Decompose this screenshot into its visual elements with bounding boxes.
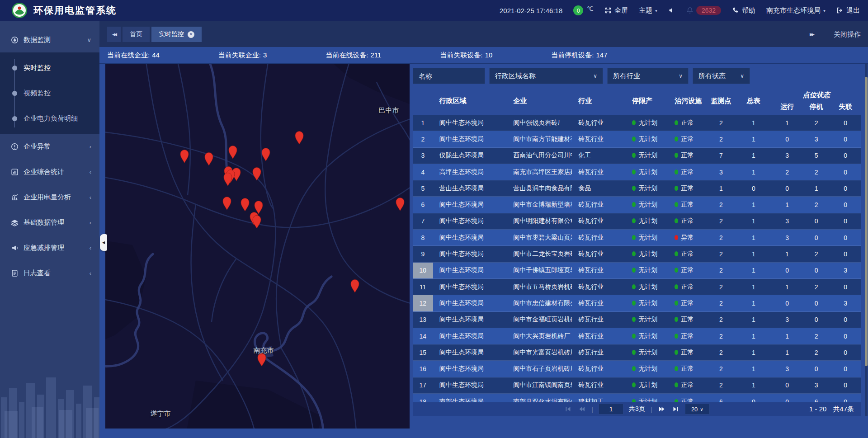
stop-plan-text: 无计划: [638, 135, 657, 142]
temperature-widget: 0 ℃: [573, 5, 594, 15]
stop-plan-text: 无计划: [638, 332, 657, 339]
cell-run: 3: [772, 316, 803, 323]
col-header-facility: 治污设施: [668, 87, 706, 115]
table-row[interactable]: 2 阆中生态环境局 阆中市南方节能建材有 砖瓦行业 无计划 正常 2 1 0 3…: [413, 131, 861, 147]
status-select[interactable]: 所有状态 ∨: [693, 68, 750, 84]
cell-stopped: 1: [803, 185, 830, 192]
map-pin[interactable]: [222, 172, 233, 186]
map-pin[interactable]: [251, 166, 262, 181]
name-search-input[interactable]: [413, 68, 485, 84]
table-row[interactable]: 9 阆中生态环境局 阆中市二龙长宝页岩砖 砖瓦行业 无计划 正常 2 1 1 2…: [413, 246, 861, 262]
sidebar-item-chevron-icon: ‹: [90, 270, 91, 277]
table-row[interactable]: 5 营山生态环境局 营山县润丰肉食品有限 食品 无计划 正常 1 0 0 1 0: [413, 180, 861, 197]
cell-company: 阆中市五马桥页岩机砖: [507, 283, 572, 291]
cell-run: 3: [772, 152, 803, 159]
row-number: 14: [413, 328, 433, 344]
bullet-icon: [12, 66, 17, 71]
table-row[interactable]: 13 阆中生态环境局 阆中市金福旺页岩机砖 砖瓦行业 无计划 正常 2 1 3 …: [413, 312, 861, 328]
help-button[interactable]: 帮助: [732, 6, 755, 15]
sidebar-item[interactable]: 基础数据管理 ‹: [0, 210, 99, 235]
map-pin[interactable]: [227, 145, 238, 159]
last-page-button[interactable]: [671, 405, 679, 413]
tab-close-icon[interactable]: [188, 31, 194, 38]
cell-lost: 0: [830, 169, 861, 176]
sidebar-item-label: 基础数据管理: [24, 218, 90, 227]
mute-speaker-button[interactable]: [668, 7, 675, 14]
sidebar-item[interactable]: 企业用电量分析 ‹: [0, 184, 99, 210]
map-collapse-handle[interactable]: [100, 234, 107, 251]
row-number: 12: [413, 295, 433, 311]
tabs-scroll-right-button[interactable]: ▶▶: [805, 27, 818, 42]
sidebar-item[interactable]: 应急减排管理 ‹: [0, 235, 99, 260]
map-pin[interactable]: [179, 149, 190, 163]
cell-meters: 1: [736, 267, 771, 274]
page-number-input[interactable]: [599, 404, 623, 414]
cell-stopped: 2: [803, 201, 830, 208]
org-name: 南充市生态环境局: [766, 6, 821, 15]
close-operations-button[interactable]: 关闭操作: [834, 30, 861, 39]
theme-dropdown[interactable]: 主题 ▾: [639, 6, 657, 15]
org-dropdown[interactable]: 南充市生态环境局 ▾: [766, 6, 826, 15]
stat-item: 当前停机设备:147: [551, 51, 607, 60]
cell-stopped: 2: [803, 349, 830, 356]
cell-run: 1: [772, 333, 803, 340]
cell-lost: 0: [830, 250, 861, 258]
map-pin[interactable]: [260, 147, 271, 161]
sidebar-subitem[interactable]: 实时监控: [0, 55, 99, 80]
table-row[interactable]: 18 南部生态环境局 南部县双化水泥有限公 建材加工 无计划 正常 6 0 0 …: [413, 394, 861, 402]
map-pin[interactable]: [222, 196, 232, 210]
table-row[interactable]: 17 阆中生态环境局 阆中市江南镇阆南页岩 砖瓦行业 无计划 正常 2 1 0 …: [413, 377, 861, 394]
map-pin[interactable]: [251, 214, 262, 229]
tabs-scroll-left-button[interactable]: ◀◀: [107, 27, 121, 42]
logout-button[interactable]: 退出: [836, 6, 860, 15]
window-scrollbar[interactable]: [865, 64, 868, 416]
map-pin[interactable]: [395, 197, 406, 211]
fullscreen-button[interactable]: 全屏: [604, 6, 628, 15]
table-row[interactable]: 7 阆中生态环境局 阆中明阳建材有限公司 砖瓦行业 无计划 正常 2 1 3 0…: [413, 213, 861, 230]
map-pin[interactable]: [294, 130, 305, 145]
map-pin[interactable]: [349, 278, 360, 293]
table-row[interactable]: 4 高坪生态环境局 南充市高坪区王家店建 砖瓦行业 无计划 正常 3 1 2 2…: [413, 164, 861, 180]
table-row[interactable]: 14 阆中生态环境局 阆中大兴页岩机砖厂 砖瓦行业 无计划 正常 2 1 1 2…: [413, 328, 861, 344]
stop-plan-text: 无计划: [638, 168, 657, 175]
map-pin[interactable]: [203, 151, 214, 166]
map-panel[interactable]: 巴中市南充市遂宁市: [105, 64, 410, 429]
cell-points: 3: [707, 169, 736, 176]
table-row[interactable]: 12 阆中生态环境局 阆中市忠信建材有限公 砖瓦行业 无计划 正常 2 1 0 …: [413, 295, 861, 311]
tab-item[interactable]: 首页: [123, 27, 150, 42]
table-row[interactable]: 16 阆中生态环境局 阆中市石子页岩机砖厂 砖瓦行业 无计划 正常 2 1 3 …: [413, 361, 861, 377]
sidebar-item[interactable]: 企业异常 ‹: [0, 134, 99, 159]
enterprise-table-panel: 行政区域名称 ∨ 所有行业 ∨ 所有状态 ∨ 行政区域 企业 行业 停限产 治污…: [413, 64, 861, 416]
first-page-button[interactable]: [564, 405, 572, 413]
sidebar-subitem[interactable]: 企业电力负荷明细: [0, 106, 99, 131]
page-size-select[interactable]: 20 ∨: [685, 404, 710, 414]
table-row[interactable]: 11 阆中生态环境局 阆中市五马桥页岩机砖 砖瓦行业 无计划 正常 2 1 1 …: [413, 279, 861, 295]
sidebar-item[interactable]: 企业综合统计 ‹: [0, 159, 99, 184]
cell-points: 2: [707, 283, 736, 291]
notification-button[interactable]: 2632: [686, 6, 721, 15]
next-page-button[interactable]: [658, 405, 666, 413]
table-row[interactable]: 3 仪陇生态环境局 西南油气田分公司川中 化工 无计划 正常 7 1 3 5 0: [413, 148, 861, 164]
industry-select[interactable]: 所有行业 ∨: [607, 68, 689, 84]
sidebar-subitem[interactable]: 视频监控: [0, 80, 99, 106]
cell-run: 3: [772, 234, 803, 241]
sidebar-item[interactable]: 数据监测 ∨: [0, 27, 99, 52]
region-select[interactable]: 行政区域名称 ∨: [489, 68, 603, 84]
prev-page-button[interactable]: [578, 405, 586, 413]
stat-label: 当前失联设备:: [440, 51, 482, 59]
table-row[interactable]: 8 阆中生态环境局 阆中市枣碧大梁山页岩 砖瓦行业 无计划 异常 2 1 3 0…: [413, 230, 861, 246]
table-row[interactable]: 10 阆中生态环境局 阆中千佛镇五郎垭页岩 砖瓦行业 无计划 正常 2 1 0 …: [413, 263, 861, 279]
stat-item: 当前在线设备:211: [326, 51, 381, 60]
cell-meters: 1: [736, 333, 771, 340]
map-pin[interactable]: [240, 197, 250, 212]
table-row[interactable]: 1 阆中生态环境局 阆中强锐页岩砖厂 砖瓦行业 无计划 正常 2 1 1 2 0: [413, 115, 861, 131]
sidebar-item[interactable]: 日志查看 ‹: [0, 260, 99, 286]
speaker-icon: [668, 7, 675, 14]
tab-item[interactable]: 实时监控: [151, 27, 202, 42]
row-number: 8: [413, 230, 433, 245]
table-row[interactable]: 15 阆中生态环境局 阆中市光富页岩机砖厂 砖瓦行业 无计划 正常 2 1 1 …: [413, 344, 861, 361]
scrollbar-thumb[interactable]: [865, 77, 868, 366]
facility-status-dot: [675, 235, 678, 240]
table-row[interactable]: 6 阆中生态环境局 阆中市金博瑞新型墙材 砖瓦行业 无计划 正常 2 1 1 2…: [413, 197, 861, 213]
sidebar-item-chevron-icon: ∨: [87, 37, 91, 43]
